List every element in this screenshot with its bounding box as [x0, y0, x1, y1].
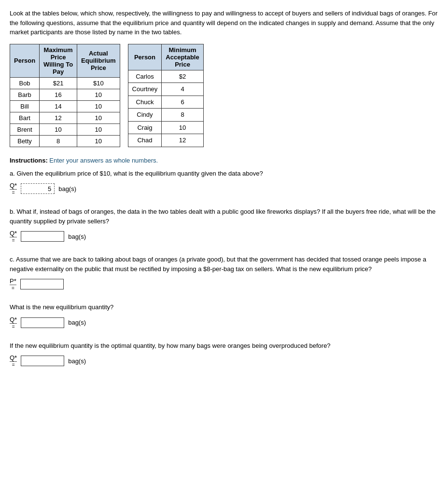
table-row: Cindy 8	[128, 109, 203, 122]
col-header-person-left: Person	[10, 44, 40, 77]
question-c2-text: What is the new equilibrium quantity?	[10, 302, 438, 312]
question-c2-answer-row: Q* = bag(s)	[10, 316, 438, 329]
question-b-text: b. What if, instead of bags of oranges, …	[10, 207, 438, 226]
question-c-text: c. Assume that we are back to talking ab…	[10, 255, 438, 274]
buyer-eq-price: 10	[77, 89, 120, 100]
question-c3-answer-row: Q* = bag(s)	[10, 354, 438, 368]
seller-min-price: 10	[162, 121, 203, 134]
q-label-b-top: Q*	[10, 230, 17, 237]
seller-min-price: 8	[162, 109, 203, 122]
q-label-b: Q* =	[10, 230, 17, 243]
q-label-c3-bottom: =	[10, 361, 17, 368]
answer-a-unit: bag(s)	[58, 185, 76, 192]
table-row: Barb 16 10	[10, 89, 120, 100]
buyer-name: Bob	[10, 77, 40, 89]
buyer-eq-price: 10	[77, 135, 120, 147]
q-label-a: Q* =	[10, 182, 17, 195]
table-row: Chad 12	[128, 134, 203, 147]
table-row: Brent 10 10	[10, 124, 120, 135]
table-row: Bob $21 $10	[10, 77, 120, 89]
seller-name: Cindy	[128, 109, 162, 122]
answer-c-input[interactable]	[20, 279, 64, 289]
q-label-c-top: P*	[10, 277, 16, 285]
buyer-name: Brent	[10, 124, 40, 135]
answer-c3-input[interactable]	[21, 356, 64, 366]
intro-paragraph: Look at the tables below, which show, re…	[10, 9, 438, 37]
table-row: Carlos $2	[128, 70, 203, 83]
col-header-max-price: MaximumPriceWilling ToPay	[40, 44, 77, 77]
question-b-block: b. What if, instead of bags of oranges, …	[10, 207, 438, 243]
buyer-max-price: $21	[40, 77, 77, 89]
table-row: Chuck 6	[128, 96, 203, 109]
q-label-c: P* =	[10, 277, 16, 291]
instructions-block: Instructions: Enter your answers as whol…	[10, 157, 438, 164]
q-label-c2-bottom: =	[10, 323, 17, 329]
answer-a-display: 5	[21, 183, 55, 194]
instructions-label: Instructions:	[10, 157, 48, 164]
buyer-eq-price: 10	[77, 112, 120, 124]
buyer-eq-price: $10	[77, 77, 120, 89]
table-row: Bill 14 10	[10, 100, 120, 112]
question-c3-block: If the new equilibrium quantity is the o…	[10, 341, 438, 368]
answer-b-unit: bag(s)	[68, 233, 86, 240]
buyer-eq-price: 10	[77, 124, 120, 135]
col-header-person-right: Person	[128, 44, 162, 70]
buyer-name: Betty	[10, 135, 40, 147]
seller-min-price: 12	[162, 134, 203, 147]
q-label-a-bottom: =	[10, 189, 17, 195]
table-row: Craig 10	[128, 121, 203, 134]
buyer-max-price: 8	[40, 135, 77, 147]
tables-container: Person MaximumPriceWilling ToPay ActualE…	[10, 44, 438, 147]
seller-name: Chuck	[128, 96, 162, 109]
col-header-min-price: MinimumAcceptablePrice	[162, 44, 203, 70]
q-label-c2-top: Q*	[10, 316, 17, 323]
instructions-text: Enter your answers as whole numbers.	[49, 157, 158, 164]
q-label-b-bottom: =	[10, 237, 17, 243]
question-c-block: c. Assume that we are back to talking ab…	[10, 255, 438, 291]
buyers-table: Person MaximumPriceWilling ToPay ActualE…	[10, 44, 120, 147]
seller-name: Carlos	[128, 70, 162, 83]
question-a-block: a. Given the equilibrium price of $10, w…	[10, 169, 438, 196]
question-c3-text: If the new equilibrium quantity is the o…	[10, 341, 438, 351]
question-b-answer-row: Q* = bag(s)	[10, 230, 438, 243]
table-row: Betty 8 10	[10, 135, 120, 147]
q-label-c3-top: Q*	[10, 354, 17, 361]
col-header-equilibrium-price: ActualEquilibriumPrice	[77, 44, 120, 77]
q-label-a-top: Q*	[10, 182, 17, 189]
answer-c2-unit: bag(s)	[68, 319, 86, 326]
table-row: Courtney 4	[128, 83, 203, 96]
sellers-table: Person MinimumAcceptablePrice Carlos $2 …	[128, 44, 204, 147]
answer-b-input[interactable]	[21, 231, 64, 242]
buyer-max-price: 10	[40, 124, 77, 135]
seller-name: Craig	[128, 121, 162, 134]
seller-min-price: $2	[162, 70, 203, 83]
buyer-eq-price: 10	[77, 100, 120, 112]
answer-c3-unit: bag(s)	[68, 357, 86, 365]
q-label-c3: Q* =	[10, 354, 17, 368]
seller-name: Courtney	[128, 83, 162, 96]
table-row: Bart 12 10	[10, 112, 120, 124]
q-label-c-bottom: =	[10, 285, 16, 291]
seller-name: Chad	[128, 134, 162, 147]
buyer-name: Bill	[10, 100, 40, 112]
question-c2-block: What is the new equilibrium quantity? Q*…	[10, 302, 438, 329]
buyer-max-price: 16	[40, 89, 77, 100]
answer-c2-input[interactable]	[21, 317, 64, 328]
buyer-max-price: 12	[40, 112, 77, 124]
q-label-c2: Q* =	[10, 316, 17, 329]
buyer-name: Barb	[10, 89, 40, 100]
seller-min-price: 4	[162, 83, 203, 96]
seller-min-price: 6	[162, 96, 203, 109]
question-c-answer-row: P* =	[10, 277, 438, 291]
question-a-answer-row: Q* = 5 bag(s)	[10, 182, 438, 195]
question-a-text: a. Given the equilibrium price of $10, w…	[10, 169, 438, 178]
buyer-max-price: 14	[40, 100, 77, 112]
buyer-name: Bart	[10, 112, 40, 124]
